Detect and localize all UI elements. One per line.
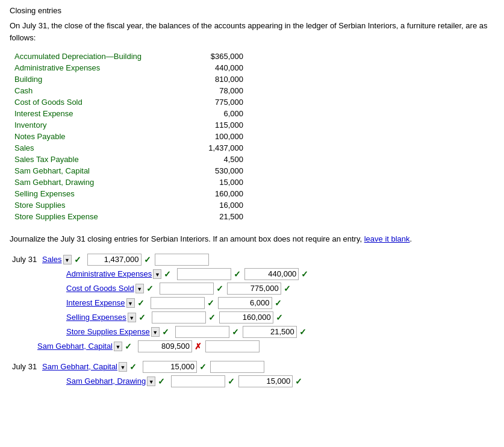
credit-account-name[interactable]: Selling Expenses: [66, 313, 126, 322]
account-value: 16,000: [171, 201, 243, 210]
credit-account-check: ✓: [137, 298, 145, 308]
credit-dropdown[interactable]: ▼: [128, 313, 136, 322]
account-row: Cash78,000: [14, 85, 494, 96]
account-value: 100,000: [171, 132, 243, 141]
credit-account-check: ✓: [162, 327, 169, 337]
credit-credit-input[interactable]: [227, 283, 281, 295]
account-row: Accumulated Depreciation—Building$365,00…: [14, 51, 494, 62]
instruction-text: Journalize the July 31 closing entries f…: [10, 233, 494, 245]
entry1-capital-credit-input[interactable]: [205, 340, 260, 352]
account-name: Store Supplies: [14, 201, 171, 210]
account-value: 115,000: [171, 120, 243, 130]
credit-account-check: ✓: [146, 284, 154, 293]
entry2-debit-credit-input[interactable]: [210, 361, 264, 373]
account-row: Building810,000: [14, 73, 494, 85]
account-name: Interest Expense: [14, 109, 171, 118]
account-value: 530,000: [171, 166, 243, 175]
credit-credit-input[interactable]: [243, 326, 297, 338]
entry2-debit-input[interactable]: [143, 361, 197, 373]
entry1-debit-account-wrap: Sales ▼ ✓: [42, 255, 81, 264]
account-row: Sales Tax Payable4,500: [14, 154, 494, 165]
entry2-date: July 31: [12, 362, 42, 371]
entry1-debit-credit-input[interactable]: [155, 254, 209, 266]
credit-account-name[interactable]: Sam Gebhart, Drawing: [66, 377, 146, 386]
credit-debit-input[interactable]: [151, 297, 205, 309]
credit-dropdown[interactable]: ▼: [151, 327, 160, 337]
credit-account-name[interactable]: Cost of Goods Sold: [66, 284, 134, 293]
account-row: Sam Gebhart, Drawing15,000: [14, 177, 494, 188]
account-name: Selling Expenses: [14, 189, 171, 198]
credit-dropdown[interactable]: ▼: [147, 377, 155, 386]
credit-dropdown[interactable]: ▼: [126, 298, 135, 308]
account-name: Cost of Goods Sold: [14, 98, 171, 107]
account-row: Sam Gebhart, Capital530,000: [14, 165, 494, 177]
credit-account-name[interactable]: Interest Expense: [66, 298, 125, 307]
entry1-capital-account-name[interactable]: Sam Gebhart, Capital: [37, 342, 113, 351]
credit-val-check: ✓: [234, 269, 241, 279]
credit-credit-input[interactable]: [238, 375, 293, 387]
entry1-debit-dropdown[interactable]: ▼: [63, 255, 72, 264]
credit-val-check2: ✓: [275, 298, 282, 308]
journal-entry-1: July 31 Sales ▼ ✓ ✓ Administrative Expen…: [12, 254, 494, 352]
credit-account-check: ✓: [138, 313, 146, 322]
credit-debit-input[interactable]: [160, 283, 214, 295]
entry1-debit-account-name[interactable]: Sales: [42, 255, 62, 264]
credit-debit-input[interactable]: [171, 375, 225, 387]
credit-dropdown[interactable]: ▼: [135, 284, 144, 293]
credit-debit-input[interactable]: [175, 326, 229, 338]
credit-val-check2: ✓: [295, 377, 302, 386]
credit-val-check: ✓: [208, 313, 216, 322]
credit-val-check2: ✓: [301, 269, 308, 279]
account-row: Administrative Expenses440,000: [14, 62, 494, 73]
account-value: 78,000: [171, 86, 243, 95]
entry1-capital-cross: ✗: [194, 342, 202, 351]
entry2-credit-rows: Sam Gebhart, Drawing ▼ ✓ ✓ ✓: [54, 375, 494, 387]
entry1-credit-sub-row: Cost of Goods Sold ▼ ✓ ✓ ✓: [54, 283, 494, 295]
account-name: Building: [14, 75, 171, 84]
entry2-debit-account-name[interactable]: Sam Gebhart, Capital: [42, 362, 117, 371]
credit-account-name[interactable]: Store Supplies Expense: [66, 327, 150, 336]
credit-credit-input[interactable]: [244, 268, 299, 280]
credit-credit-input[interactable]: [218, 297, 272, 309]
entry1-capital-dropdown[interactable]: ▼: [114, 342, 122, 351]
credit-account-check: ✓: [164, 269, 171, 279]
account-row: Inventory115,000: [14, 119, 494, 131]
account-row: Cost of Goods Sold775,000: [14, 96, 494, 108]
account-value: 21,500: [171, 212, 243, 221]
credit-account-name[interactable]: Administrative Expenses: [66, 269, 152, 278]
entry1-capital-check: ✓: [125, 342, 132, 351]
credit-account-check: ✓: [158, 377, 165, 386]
account-name: Sales Tax Payable: [14, 155, 171, 164]
account-row: Interest Expense6,000: [14, 108, 494, 119]
entry1-capital-debit-input[interactable]: [138, 340, 192, 352]
account-value: 1,437,000: [171, 143, 243, 152]
entry1-credit-sub-row: Interest Expense ▼ ✓ ✓ ✓: [54, 297, 494, 309]
account-row: Sales1,437,000: [14, 142, 494, 154]
credit-debit-input[interactable]: [152, 311, 206, 324]
journal-entry-2: July 31 Sam Gebhart, Capital ▼ ✓ ✓ Sam G…: [12, 361, 494, 387]
account-row: Store Supplies Expense21,500: [14, 211, 494, 222]
credit-val-check: ✓: [216, 284, 223, 293]
account-name: Inventory: [14, 120, 171, 130]
entry1-capital-account-wrap: Sam Gebhart, Capital ▼ ✓: [37, 342, 132, 351]
intro-text: On July 31, the close of the fiscal year…: [10, 20, 494, 43]
entry1-debit-input[interactable]: [87, 254, 142, 266]
credit-val-check: ✓: [207, 298, 214, 308]
entry1-debit-val-check: ✓: [144, 255, 151, 264]
credit-debit-input[interactable]: [177, 268, 231, 280]
credit-dropdown[interactable]: ▼: [153, 269, 161, 279]
entry1-credit-sub-row: Store Supplies Expense ▼ ✓ ✓ ✓: [54, 326, 494, 338]
entry1-debit-check: ✓: [74, 255, 81, 264]
account-row: Notes Payable100,000: [14, 131, 494, 142]
account-row: Store Supplies16,000: [14, 199, 494, 211]
entry2-credit-sub-row: Sam Gebhart, Drawing ▼ ✓ ✓ ✓: [54, 375, 494, 387]
account-name: Sam Gebhart, Capital: [14, 166, 171, 175]
credit-credit-input[interactable]: [219, 311, 273, 324]
account-value: 810,000: [171, 75, 243, 84]
account-name: Sam Gebhart, Drawing: [14, 178, 171, 187]
entry2-debit-dropdown[interactable]: ▼: [119, 362, 127, 372]
account-value: 4,500: [171, 155, 243, 164]
credit-val-check: ✓: [232, 327, 239, 337]
account-name: Notes Payable: [14, 132, 171, 141]
entry1-debit-row: July 31 Sales ▼ ✓ ✓: [12, 254, 494, 266]
